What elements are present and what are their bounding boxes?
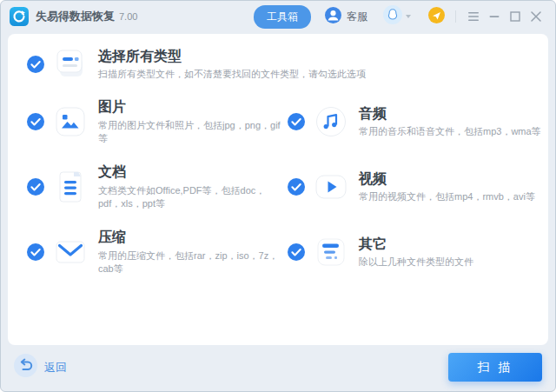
chevron-down-icon xyxy=(406,15,411,18)
archive-icon xyxy=(53,235,88,269)
select-all-types-row[interactable]: 选择所有类型 扫描所有类型文件，如不清楚要找回的文件类型，请勾选此选项 xyxy=(27,44,548,84)
category-title: 音频 xyxy=(359,105,541,122)
category-grid: 图片 常用的图片文件和照片，包括jpg，png，gif等 xyxy=(27,100,548,274)
checkbox-other[interactable] xyxy=(288,243,305,261)
category-item-audio[interactable]: 音频 常用的音乐和语音文件，包括mp3，wma等 xyxy=(288,100,548,143)
titlebar-divider xyxy=(455,10,456,23)
video-play-icon xyxy=(314,169,348,204)
titlebar: 失易得数据恢复7.00 工具箱 客服 xyxy=(1,1,555,32)
promotion-button[interactable] xyxy=(428,7,445,27)
checkbox-documents[interactable] xyxy=(27,178,44,196)
scan-button[interactable]: 扫 描 xyxy=(448,353,542,382)
checkbox-audio[interactable] xyxy=(288,113,305,130)
promotion-icon xyxy=(428,7,445,27)
category-title: 压缩 xyxy=(98,229,288,245)
close-button[interactable] xyxy=(526,6,546,27)
select-all-title: 选择所有类型 xyxy=(98,48,366,64)
app-title: 失易得数据恢复7.00 xyxy=(36,9,137,24)
file-type-panel: 选择所有类型 扫描所有类型文件，如不清楚要找回的文件类型，请勾选此选项 xyxy=(8,34,548,345)
footer-bar: 返回 扫 描 xyxy=(1,343,555,391)
back-arrow-icon xyxy=(14,354,37,381)
app-version: 7.00 xyxy=(119,11,137,22)
select-all-checkbox[interactable] xyxy=(27,56,44,73)
category-item-video[interactable]: 视频 常用的视频文件，包括mp4，rmvb，avi等 xyxy=(288,165,548,209)
audio-note-icon xyxy=(314,104,348,139)
file-stack-icon xyxy=(53,47,88,82)
app-logo-icon xyxy=(10,7,29,26)
category-item-documents[interactable]: 文档 文档类文件如Office,PDF等，包括doc，pdf，xls，ppt等 xyxy=(27,165,288,209)
image-icon xyxy=(53,104,88,139)
customer-support-button[interactable]: 客服 xyxy=(325,7,367,27)
qq-icon xyxy=(383,5,402,28)
category-desc: 除以上几种文件类型的文件 xyxy=(359,256,473,269)
document-icon xyxy=(53,169,88,204)
category-item-images[interactable]: 图片 常用的图片文件和照片，包括jpg，png，gif等 xyxy=(27,100,288,143)
back-button[interactable]: 返回 xyxy=(14,354,67,381)
toolbox-button[interactable]: 工具箱 xyxy=(254,5,311,29)
qq-contact-button[interactable] xyxy=(383,5,411,28)
other-lines-icon xyxy=(314,235,348,269)
app-window: 失易得数据恢复7.00 工具箱 客服 xyxy=(0,0,556,392)
category-title: 图片 xyxy=(98,98,288,115)
checkbox-images[interactable] xyxy=(27,113,44,130)
minimize-button[interactable] xyxy=(484,6,505,27)
back-label: 返回 xyxy=(44,360,67,375)
category-title: 其它 xyxy=(359,236,473,252)
checkbox-video[interactable] xyxy=(288,178,305,196)
select-all-desc: 扫描所有类型文件，如不清楚要找回的文件类型，请勾选此选项 xyxy=(98,68,366,81)
category-desc: 常用的压缩文件，包括rar，zip，iso，7z，cab等 xyxy=(98,249,288,276)
checkbox-archive[interactable] xyxy=(27,243,44,261)
maximize-button[interactable] xyxy=(505,6,526,27)
category-desc: 常用的图片文件和照片，包括jpg，png，gif等 xyxy=(98,119,288,145)
support-avatar-icon xyxy=(325,7,341,27)
category-desc: 常用的视频文件，包括mp4，rmvb，avi等 xyxy=(359,190,535,203)
category-item-archive[interactable]: 压缩 常用的压缩文件，包括rar，zip，iso，7z，cab等 xyxy=(27,230,288,274)
category-title: 文档 xyxy=(98,163,288,180)
category-title: 视频 xyxy=(359,170,535,187)
category-item-other[interactable]: 其它 除以上几种文件类型的文件 xyxy=(288,230,548,274)
category-desc: 文档类文件如Office,PDF等，包括doc，pdf，xls，ppt等 xyxy=(98,184,288,210)
menu-button[interactable] xyxy=(463,6,484,27)
support-label: 客服 xyxy=(347,10,367,24)
category-desc: 常用的音乐和语音文件，包括mp3，wma等 xyxy=(359,125,541,138)
